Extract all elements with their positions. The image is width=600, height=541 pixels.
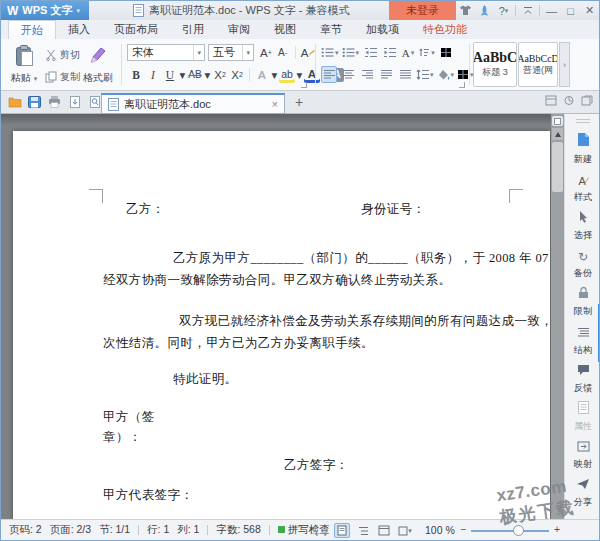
highlight-color-button[interactable]: ab: [279, 66, 295, 83]
paragraph-dialog-launcher[interactable]: [459, 82, 465, 88]
collapse-ribbon-icon[interactable]: [518, 1, 537, 20]
close-button[interactable]: ✕: [580, 1, 599, 20]
chevron-down-icon[interactable]: ▾: [271, 66, 278, 83]
zoom-level[interactable]: 100 %: [425, 524, 455, 536]
web-view-button[interactable]: [376, 523, 392, 538]
text-effects-button[interactable]: A: [254, 66, 270, 83]
app-menu-button[interactable]: W WPS 文字 ▾: [1, 1, 89, 20]
justify-button[interactable]: [378, 66, 394, 83]
tab-section[interactable]: 章节: [308, 20, 354, 39]
tab-page-layout[interactable]: 页面布局: [102, 20, 170, 39]
show-marks-button[interactable]: [438, 44, 454, 61]
sidebar-item-new[interactable]: 新建: [565, 132, 600, 166]
open-button[interactable]: [6, 93, 23, 111]
tab-special-features[interactable]: 特色功能: [411, 20, 479, 39]
arrange-windows-icon[interactable]: [545, 95, 557, 106]
italic-button[interactable]: I: [145, 66, 161, 83]
align-center-button[interactable]: [340, 66, 356, 83]
view-tools-button[interactable]: ▾: [397, 523, 413, 538]
format-painter-button[interactable]: 格式刷: [79, 42, 117, 88]
borders-button[interactable]: ▾: [457, 66, 474, 83]
increase-indent-button[interactable]: [381, 44, 397, 61]
sidebar-item-mapping[interactable]: 映射: [565, 438, 600, 471]
export-pdf-button[interactable]: [66, 93, 83, 111]
sidebar-drag-handle[interactable]: [576, 119, 590, 125]
tab-home[interactable]: 开始: [8, 20, 56, 39]
phonetic-guide-button[interactable]: A: [300, 44, 316, 61]
bullets-button[interactable]: ▾: [321, 44, 339, 61]
sidebar-item-select[interactable]: 选择: [565, 209, 600, 242]
skin-icon[interactable]: [456, 1, 475, 20]
align-right-button[interactable]: [359, 66, 375, 83]
align-left-button[interactable]: [321, 66, 337, 83]
sidebar-item-restrict[interactable]: 限制: [565, 285, 600, 318]
minimize-button[interactable]: —: [542, 1, 561, 20]
chevron-down-icon[interactable]: ▾: [296, 66, 303, 83]
page-view-button[interactable]: [334, 523, 350, 538]
distribute-button[interactable]: [397, 66, 413, 83]
vertical-scrollbar[interactable]: [551, 114, 564, 519]
document-tab[interactable]: 离职证明范本.doc ×: [101, 93, 285, 114]
sidebar-item-backup[interactable]: ↻ 备份: [565, 247, 600, 280]
paste-icon: [15, 45, 34, 67]
zoom-in-button[interactable]: +: [554, 523, 560, 535]
tab-references[interactable]: 引用: [170, 20, 216, 39]
font-color-button[interactable]: A: [304, 66, 320, 83]
scroll-up-button[interactable]: [552, 128, 563, 140]
close-tab-icon[interactable]: ×: [272, 98, 278, 110]
zoom-slider-track[interactable]: [471, 530, 549, 532]
new-tab-button[interactable]: +: [295, 94, 303, 110]
zoom-out-button[interactable]: −: [460, 523, 466, 535]
tab-insert[interactable]: 插入: [56, 20, 102, 39]
maximize-button[interactable]: □: [561, 1, 580, 20]
font-name-combo[interactable]: 宋体 ▾: [127, 44, 205, 61]
style-normal-web[interactable]: AaBbCcD 普通(网: [518, 42, 558, 87]
chevron-down-icon[interactable]: ▾: [204, 66, 211, 83]
sidebar-item-share[interactable]: 分享: [565, 476, 600, 509]
zoom-slider-knob[interactable]: [513, 525, 524, 536]
scrollbar-tool-icon[interactable]: [552, 116, 563, 126]
superscript-button[interactable]: X2: [212, 66, 228, 83]
style-gallery-scroll[interactable]: ›: [559, 42, 570, 87]
bold-button[interactable]: B: [128, 66, 144, 83]
font-dialog-launcher[interactable]: [301, 82, 307, 88]
subscript-button[interactable]: X2: [229, 66, 245, 83]
scrollbar-thumb[interactable]: [552, 142, 563, 192]
line-spacing-button[interactable]: ▾: [416, 66, 434, 83]
tab-view[interactable]: 视图: [262, 20, 308, 39]
shrink-font-button[interactable]: A−: [275, 44, 291, 61]
strikethrough-button[interactable]: AB: [187, 66, 203, 83]
paste-button[interactable]: 粘贴 ▾: [7, 42, 41, 88]
grow-font-button[interactable]: A+: [258, 44, 274, 61]
sidebar-item-structure[interactable]: 结构: [565, 324, 600, 357]
status-word-count[interactable]: 字数: 568: [216, 523, 260, 537]
asian-layout-button[interactable]: A▾: [400, 44, 416, 61]
tab-addins[interactable]: 加载项: [354, 20, 411, 39]
decrease-indent-button[interactable]: [362, 44, 378, 61]
sort-button[interactable]: ▾: [419, 44, 435, 61]
numbering-button[interactable]: ▾: [342, 44, 360, 61]
help-icon[interactable]: ?▾: [494, 1, 513, 20]
cut-button[interactable]: 剪切: [45, 48, 80, 62]
sync-icon[interactable]: [563, 95, 575, 106]
document-page[interactable]: 乙方： 身份证号： 乙方原为甲方________（部门）的______（职务），…: [13, 131, 550, 519]
style-heading3[interactable]: AaBbC 标题 3: [473, 42, 517, 87]
login-button[interactable]: 未登录: [389, 1, 456, 20]
outline-view-button[interactable]: [355, 523, 371, 538]
mapping-icon: [577, 441, 590, 452]
sidebar-item-properties[interactable]: 属性: [565, 400, 600, 433]
shading-button[interactable]: ▾: [437, 66, 455, 83]
underline-button[interactable]: U: [162, 66, 178, 83]
sidebar-item-feedback[interactable]: 反馈: [565, 362, 600, 395]
copy-button[interactable]: 复制: [45, 70, 80, 84]
sidebar-item-styles[interactable]: A∕ 样式: [565, 171, 600, 204]
document-canvas[interactable]: 乙方： 身份证号： 乙方原为甲方________（部门）的______（职务），…: [1, 114, 599, 519]
rocket-icon[interactable]: [475, 1, 494, 20]
print-button[interactable]: [46, 93, 63, 111]
font-size-combo[interactable]: 五号 ▾: [208, 44, 254, 61]
tab-review[interactable]: 审阅: [216, 20, 262, 39]
save-button[interactable]: [26, 93, 43, 111]
more-tools-icon[interactable]: [581, 95, 593, 106]
fullscreen-view-button[interactable]: [313, 523, 329, 538]
chevron-down-icon[interactable]: ▾: [179, 66, 186, 83]
